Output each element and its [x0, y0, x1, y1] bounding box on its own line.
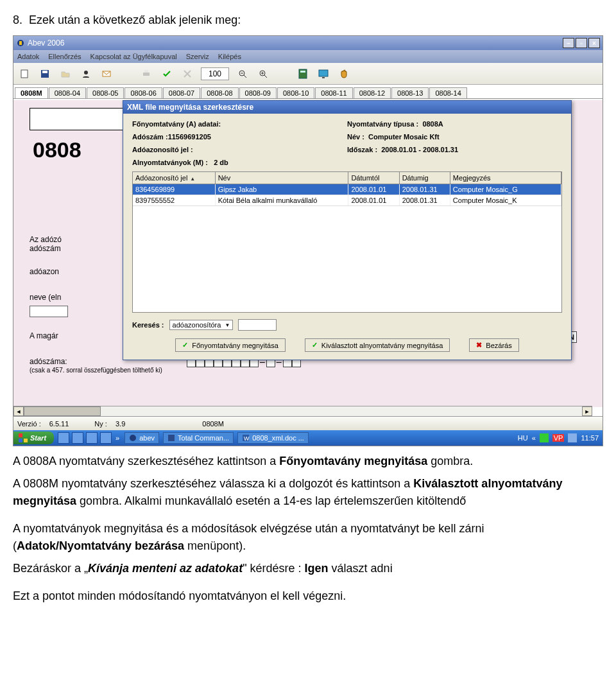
- col-from[interactable]: Dátumtól: [348, 172, 399, 184]
- restore-button[interactable]: ▫: [576, 38, 587, 48]
- tab-0808-07[interactable]: 0808-07: [163, 87, 200, 98]
- tray-vp[interactable]: VP: [552, 434, 565, 442]
- ny-value: 3.9: [116, 420, 125, 428]
- p3b: Adatok/Nyomtatvány bezárása: [17, 539, 184, 552]
- col-note[interactable]: Megjegyzés: [450, 172, 561, 184]
- new-icon[interactable]: [17, 67, 31, 81]
- tray-icon[interactable]: [540, 433, 549, 442]
- menu-kapcsolat[interactable]: Kapcsolat az Ügyfélkapuval: [90, 53, 177, 60]
- window-titlebar[interactable]: Abev 2006 – ▫ ×: [13, 36, 603, 50]
- cell-note: Computer Mosaic_K: [450, 195, 561, 205]
- tab-0808-12[interactable]: 0808-12: [354, 87, 391, 98]
- horizontal-scrollbar[interactable]: ◄ ►: [13, 406, 592, 416]
- hand-icon[interactable]: [337, 67, 351, 81]
- tray-icon[interactable]: [568, 433, 577, 442]
- taskbar-item-word[interactable]: W 0808_xml.doc ...: [237, 432, 309, 444]
- label-csak457: (csak a 457. sorral összefüggésben tölth…: [30, 367, 162, 374]
- close-icon: ✖: [476, 341, 482, 349]
- screen-icon[interactable]: [316, 67, 330, 81]
- form-tabs: 0808M 0808-04 0808-05 0808-06 0808-07 08…: [13, 85, 603, 99]
- statusbar: Verzió : 6.5.11 Ny : 3.9 0808M: [13, 416, 603, 430]
- scroll-left-icon[interactable]: ◄: [13, 406, 24, 416]
- tab-0808-13[interactable]: 0808-13: [391, 87, 429, 98]
- dialog-titlebar[interactable]: XML file megnyitása szerkesztésre: [123, 101, 571, 114]
- scroll-track[interactable]: [24, 406, 582, 416]
- label-adozo: Az adózó: [30, 235, 62, 244]
- search-input[interactable]: [238, 319, 277, 331]
- minimize-button[interactable]: –: [563, 38, 574, 48]
- scroll-thumb[interactable]: [24, 406, 101, 416]
- svg-rect-2: [21, 70, 28, 78]
- open-main-form-button[interactable]: ✓ Főnyomtatvány megnyitása: [175, 338, 286, 352]
- p1a: A 0808A nyomtatvány szerkesztéséhez katt…: [13, 455, 279, 467]
- tab-0808-14[interactable]: 0808-14: [429, 87, 466, 98]
- head-icon[interactable]: [79, 67, 93, 81]
- chevron-down-icon: ▼: [225, 322, 230, 328]
- scroll-right-icon[interactable]: ►: [582, 406, 592, 416]
- ql-item[interactable]: [100, 432, 112, 444]
- svg-rect-4: [42, 71, 47, 73]
- cancel-icon[interactable]: [180, 67, 194, 81]
- svg-line-13: [264, 75, 267, 78]
- close-window-button[interactable]: ×: [588, 38, 600, 48]
- col-name[interactable]: Név: [216, 172, 349, 184]
- ql-item[interactable]: [86, 432, 98, 444]
- menu-adatok[interactable]: Adatok: [17, 53, 39, 60]
- calc-icon[interactable]: [296, 67, 310, 81]
- menu-szerviz[interactable]: Szerviz: [186, 53, 209, 60]
- tray-collapse-icon[interactable]: «: [532, 434, 536, 442]
- svg-point-24: [130, 435, 136, 441]
- search-mode-dropdown[interactable]: adóazonosítóra ▼: [169, 320, 234, 330]
- tab-0808-04[interactable]: 0808-04: [49, 87, 86, 98]
- name-field-peek[interactable]: [30, 306, 68, 317]
- start-label: Start: [30, 434, 46, 442]
- label-neve: neve (eln: [30, 293, 61, 302]
- ql-item[interactable]: [72, 432, 83, 444]
- p4a: Bezáráskor a „: [13, 562, 88, 575]
- version-label: Verzió :: [17, 420, 41, 428]
- ny-label: Ny :: [94, 420, 107, 428]
- col-id[interactable]: Adóazonosító jel: [133, 172, 216, 184]
- check-icon[interactable]: [160, 67, 174, 81]
- tab-0808-10[interactable]: 0808-10: [277, 87, 314, 98]
- app-icon: [16, 39, 25, 48]
- cell-to: 2008.01.31: [400, 184, 450, 195]
- p1c: gombra.: [427, 455, 473, 467]
- grid-row[interactable]: 8397555552 Kótai Béla alkalmi munkaválla…: [133, 195, 561, 206]
- svg-rect-18: [319, 70, 328, 76]
- xml-open-dialog: XML file megnyitása szerkesztésre Főnyom…: [123, 100, 572, 360]
- mail-icon[interactable]: [99, 67, 114, 81]
- zoom-out-icon[interactable]: [235, 67, 250, 81]
- tab-0808-05[interactable]: 0808-05: [87, 87, 124, 98]
- clock[interactable]: 11:57: [581, 434, 599, 442]
- ql-expand[interactable]: »: [116, 434, 119, 442]
- tab-0808-09[interactable]: 0808-09: [239, 87, 277, 98]
- menu-kilepes[interactable]: Kilépés: [218, 53, 241, 60]
- open-icon[interactable]: [58, 67, 73, 81]
- start-button[interactable]: Start: [13, 432, 54, 444]
- print-icon[interactable]: [139, 67, 153, 81]
- svg-rect-19: [322, 77, 325, 78]
- disk-icon: [167, 434, 175, 442]
- taskbar-item-totalcmd[interactable]: Total Comman...: [163, 432, 234, 444]
- save-icon[interactable]: [38, 67, 52, 81]
- tab-0808-06[interactable]: 0808-06: [124, 87, 162, 98]
- open-subform-button[interactable]: ✓ Kiválasztott alnyomtatvány megnyitása: [305, 338, 450, 352]
- tab-0808-08[interactable]: 0808-08: [201, 87, 238, 98]
- tab-0808-11[interactable]: 0808-11: [315, 87, 352, 98]
- taskbar-item-abev[interactable]: abev: [124, 432, 159, 444]
- tab-0808m[interactable]: 0808M: [15, 87, 48, 98]
- ql-item[interactable]: [58, 432, 69, 444]
- zoom-level[interactable]: 100: [201, 67, 229, 80]
- zoom-in-icon[interactable]: [256, 67, 270, 81]
- form-type-label: Nyomtatvány típusa :: [347, 120, 418, 128]
- label-adoazon: adóazon: [30, 267, 59, 276]
- lang-indicator[interactable]: HU: [518, 434, 528, 442]
- check-icon: ✓: [312, 341, 318, 349]
- grid-header[interactable]: Adóazonosító jel Név Dátumtól Dátumig Me…: [133, 172, 561, 184]
- close-dialog-button[interactable]: ✖ Bezárás: [469, 338, 518, 352]
- col-to[interactable]: Dátumig: [400, 172, 450, 184]
- menu-ellenorzes[interactable]: Ellenőrzés: [48, 53, 81, 60]
- taskbar: Start » abev Total Comman... W 0808_xml.…: [13, 430, 603, 446]
- grid-row[interactable]: 8364569899 Gipsz Jakab 2008.01.01 2008.0…: [133, 184, 561, 195]
